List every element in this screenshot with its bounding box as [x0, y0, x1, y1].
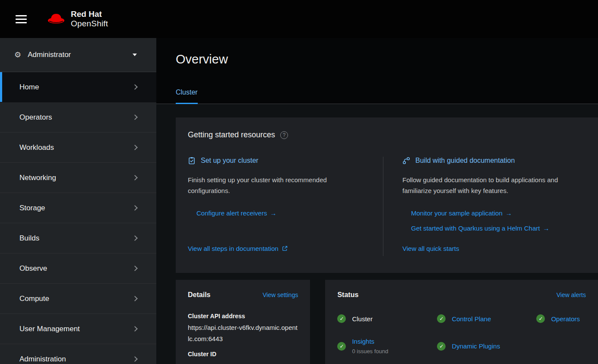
overview-content: Getting started resources ? Set up your … [156, 104, 598, 364]
status-item-operators: ✓ Operators [536, 314, 586, 323]
hamburger-icon [16, 15, 27, 23]
section-body: Finish setting up your cluster with reco… [188, 175, 352, 196]
sidebar-item-networking[interactable]: Networking [0, 163, 156, 193]
gear-icon: ⚙ [14, 50, 21, 60]
getting-started-card: Getting started resources ? Set up your … [176, 117, 598, 273]
external-link-icon [282, 246, 288, 251]
view-all-quick-starts-link[interactable]: View all quick starts [402, 244, 459, 253]
tab-bar: Cluster [156, 80, 598, 104]
checklist-icon [188, 157, 196, 165]
quarkus-helm-chart-link[interactable]: Get started with Quarkus using a Helm Ch… [411, 224, 598, 232]
nav-item-label: Operators [19, 113, 52, 122]
check-circle-icon: ✓ [337, 314, 346, 323]
operators-link[interactable]: Operators [551, 315, 580, 323]
nav-item-label: Home [19, 83, 39, 92]
check-circle-icon: ✓ [437, 342, 446, 351]
setup-cluster-section: Set up your cluster Finish setting up yo… [188, 157, 383, 256]
guided-documentation-section: Build with guided documentation Follow g… [383, 157, 598, 256]
help-icon[interactable]: ? [280, 131, 288, 139]
chevron-right-icon [132, 175, 138, 180]
insights-issues-count: 0 issues found [352, 348, 388, 355]
status-card: Status View alerts ✓ Cluster ✓ Control P… [325, 280, 598, 364]
sidebar-item-home[interactable]: Home [0, 72, 156, 102]
configure-alert-receivers-link[interactable]: Configure alert receivers→ [196, 209, 383, 217]
nav-item-label: Networking [19, 174, 56, 182]
main-content: Overview Cluster Getting started resourc… [156, 38, 598, 364]
nav-item-label: Storage [19, 204, 45, 212]
chevron-right-icon [132, 296, 138, 301]
page-title: Overview [176, 52, 228, 66]
nav-item-label: Workloads [19, 143, 54, 152]
view-settings-link[interactable]: View settings [263, 291, 298, 298]
control-plane-link[interactable]: Control Plane [452, 315, 491, 323]
chevron-right-icon [132, 356, 138, 362]
nav-item-label: Administration [19, 355, 66, 364]
brand-line2: OpenShift [71, 19, 108, 28]
chevron-right-icon [132, 235, 138, 241]
sidebar-item-observe[interactable]: Observe [0, 253, 156, 284]
monitor-sample-app-link[interactable]: Monitor your sample application→ [411, 209, 598, 217]
cluster-api-address-value: https://api.cluster-v6fkv.dynamic.opentl… [188, 322, 298, 345]
section-title: Build with guided documentation [415, 157, 515, 165]
sidebar-item-builds[interactable]: Builds [0, 223, 156, 253]
section-title: Set up your cluster [201, 157, 258, 165]
status-item-cluster: ✓ Cluster [337, 314, 437, 323]
view-all-steps-link[interactable]: View all steps in documentation [188, 244, 288, 253]
check-circle-icon: ✓ [337, 342, 346, 351]
arrow-right-icon: → [543, 225, 549, 232]
cluster-api-address-label: Cluster API address [188, 313, 298, 320]
perspective-label: Administrator [28, 51, 133, 59]
chevron-right-icon [132, 266, 138, 271]
nav-item-label: Builds [19, 234, 39, 243]
chevron-right-icon [132, 205, 138, 211]
section-body: Follow guided documentation to build app… [402, 175, 584, 196]
sidebar-item-workloads[interactable]: Workloads [0, 133, 156, 163]
brand-line1: Red Hat [71, 9, 108, 19]
check-circle-icon: ✓ [437, 314, 446, 323]
chevron-right-icon [132, 145, 138, 150]
status-item-dynamic-plugins: ✓ Dynamic Plugins [437, 342, 536, 351]
brand-text: Red Hat OpenShift [71, 9, 108, 28]
dashboard-cards-row: Details View settings Cluster API addres… [176, 280, 598, 364]
brand-logo: Red Hat OpenShift [47, 9, 108, 28]
insights-link[interactable]: Insights [352, 338, 374, 345]
details-card-title: Details [188, 291, 210, 299]
tab-cluster[interactable]: Cluster [176, 89, 198, 104]
chevron-right-icon [132, 114, 138, 120]
chevron-right-icon [132, 84, 138, 90]
sidebar-item-administration[interactable]: Administration [0, 344, 156, 364]
status-card-title: Status [337, 291, 358, 299]
caret-down-icon [133, 54, 137, 56]
sidebar-item-compute[interactable]: Compute [0, 284, 156, 314]
chevron-right-icon [132, 326, 138, 332]
nav-item-label: Compute [19, 294, 49, 303]
sidebar: ⚙ Administrator Home Operators Workloads… [0, 38, 156, 364]
status-item-control-plane: ✓ Control Plane [437, 314, 536, 323]
status-grid: ✓ Cluster ✓ Control Plane ✓ Operators ✓ [337, 314, 586, 355]
arrow-right-icon: → [270, 209, 276, 217]
perspective-switcher[interactable]: ⚙ Administrator [0, 38, 156, 72]
getting-started-title: Getting started resources [188, 130, 275, 139]
dynamic-plugins-link[interactable]: Dynamic Plugins [452, 342, 500, 350]
check-circle-icon: ✓ [536, 314, 545, 323]
cluster-id-label: Cluster ID [188, 351, 298, 358]
details-card: Details View settings Cluster API addres… [176, 280, 310, 364]
sidebar-nav: Home Operators Workloads Networking Stor… [0, 72, 156, 364]
status-label: Cluster [352, 315, 373, 323]
view-alerts-link[interactable]: View alerts [557, 291, 586, 298]
nav-item-label: User Management [19, 325, 80, 333]
sidebar-item-operators[interactable]: Operators [0, 102, 156, 133]
redhat-fedora-icon [47, 12, 66, 26]
sidebar-item-user-management[interactable]: User Management [0, 314, 156, 344]
nav-toggle-button[interactable] [13, 10, 29, 28]
page-header: Overview [156, 38, 598, 80]
sidebar-item-storage[interactable]: Storage [0, 193, 156, 223]
arrow-right-icon: → [506, 209, 512, 217]
status-item-insights: ✓ Insights 0 issues found [337, 337, 437, 355]
guided-docs-icon [402, 157, 410, 165]
masthead: Red Hat OpenShift [0, 0, 598, 38]
nav-item-label: Observe [19, 264, 47, 273]
